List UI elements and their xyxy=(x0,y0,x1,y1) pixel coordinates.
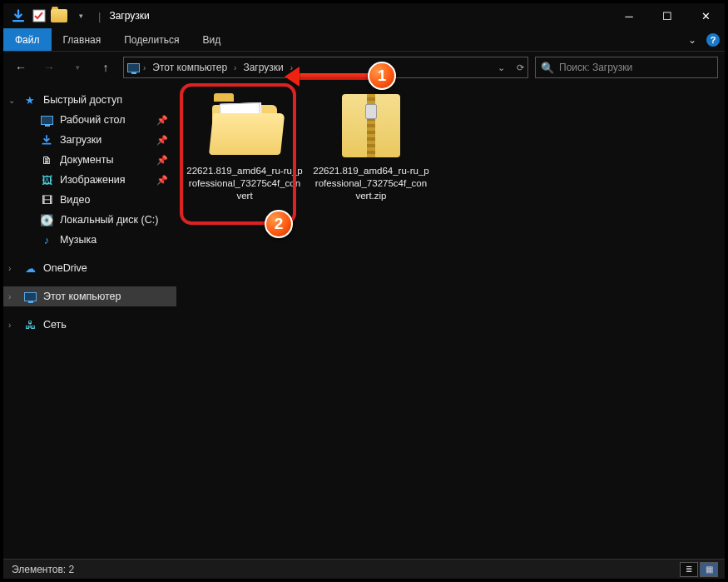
sidebar-item-label: Загрузки xyxy=(60,134,102,146)
network-icon: 🖧 xyxy=(23,318,37,331)
sidebar-item-videos[interactable]: 🎞 Видео xyxy=(3,190,176,210)
sidebar-item-label: OneDrive xyxy=(43,262,87,274)
sidebar-this-pc[interactable]: › Этот компьютер xyxy=(3,286,176,306)
star-icon: ★ xyxy=(23,93,37,107)
pin-icon: 📌 xyxy=(156,155,168,166)
address-row: ← → ▾ ↑ › Этот компьютер › Загрузки › ⌄ … xyxy=(3,52,725,83)
sidebar-item-label: Этот компьютер xyxy=(43,291,121,302)
tab-view[interactable]: Вид xyxy=(191,28,232,51)
sidebar-item-label: Видео xyxy=(60,194,91,206)
nav-recent-dropdown[interactable]: ▾ xyxy=(67,57,88,78)
statusbar: Элементов: 2 ≣ ▦ xyxy=(3,559,725,579)
sidebar-item-desktop[interactable]: Рабочий стол 📌 xyxy=(3,110,176,130)
this-pc-icon xyxy=(23,290,37,303)
sidebar-item-label: Рабочий стол xyxy=(60,114,125,126)
titlebar: ▾ | Загрузки ─ ☐ ✕ xyxy=(3,3,725,28)
sidebar-network[interactable]: › 🖧 Сеть xyxy=(3,315,176,335)
download-icon xyxy=(40,133,53,147)
sidebar-item-disk-c[interactable]: 💽 Локальный диск (C:) xyxy=(3,210,176,230)
file-label: 22621.819_amd64_ru-ru_professional_73275… xyxy=(313,165,429,202)
disk-icon: 💽 xyxy=(40,213,53,226)
nav-forward-button[interactable]: → xyxy=(38,57,60,78)
navigation-pane: ⌄ ★ Быстрый доступ Рабочий стол 📌 Загруз… xyxy=(3,83,176,559)
title-separator: | xyxy=(98,10,101,22)
pin-icon: 📌 xyxy=(156,175,168,186)
sidebar-item-label: Быстрый доступ xyxy=(43,94,122,106)
breadcrumb-root-icon xyxy=(127,63,140,72)
chevron-right-icon[interactable]: › xyxy=(8,264,11,273)
chevron-right-icon[interactable]: › xyxy=(8,292,11,301)
content-pane[interactable]: 22621.819_amd64_ru-ru_professional_73275… xyxy=(176,83,725,559)
ribbon-expand-icon[interactable]: ⌄ xyxy=(688,34,696,46)
sidebar-item-pictures[interactable]: 🖼 Изображения 📌 xyxy=(3,170,176,190)
sidebar-quick-access[interactable]: ⌄ ★ Быстрый доступ xyxy=(3,90,176,110)
sidebar-item-label: Изображения xyxy=(60,174,126,186)
nav-up-button[interactable]: ↑ xyxy=(95,57,116,78)
annotation-bubble-2: 2 xyxy=(265,210,293,238)
chevron-right-icon[interactable]: › xyxy=(232,63,238,72)
search-placeholder: Поиск: Загрузки xyxy=(559,62,632,73)
maximize-button[interactable]: ☐ xyxy=(648,3,686,28)
file-tab[interactable]: Файл xyxy=(3,28,52,51)
pin-icon: 📌 xyxy=(156,115,168,126)
address-bar[interactable]: › Этот компьютер › Загрузки › ⌄ ⟳ xyxy=(123,57,528,78)
qat-properties-icon[interactable] xyxy=(32,8,47,23)
window-title: Загрузки xyxy=(109,10,149,22)
sidebar-item-label: Локальный диск (C:) xyxy=(60,214,158,226)
file-label: 22621.819_amd64_ru-ru_professional_73275… xyxy=(186,165,303,202)
qat-dropdown-icon[interactable]: ▾ xyxy=(72,7,90,25)
search-box[interactable]: 🔍 Поиск: Загрузки xyxy=(535,57,718,78)
video-icon: 🎞 xyxy=(40,193,53,206)
chevron-down-icon[interactable]: ⌄ xyxy=(8,96,15,105)
pictures-icon: 🖼 xyxy=(40,173,53,187)
cloud-icon: ☁ xyxy=(23,261,37,275)
documents-icon: 🗎 xyxy=(40,153,53,167)
zip-icon xyxy=(329,92,413,160)
sidebar-item-music[interactable]: ♪ Музыка xyxy=(3,230,176,250)
file-item-zip[interactable]: 22621.819_amd64_ru-ru_professional_73275… xyxy=(313,92,429,202)
sidebar-onedrive[interactable]: › ☁ OneDrive xyxy=(3,258,176,278)
sidebar-item-label: Музыка xyxy=(60,234,97,246)
sidebar-item-downloads[interactable]: Загрузки 📌 xyxy=(3,130,176,150)
view-details-button[interactable]: ≣ xyxy=(680,562,698,577)
view-icons-button[interactable]: ▦ xyxy=(700,562,718,577)
music-icon: ♪ xyxy=(40,233,53,246)
sidebar-item-label: Сеть xyxy=(43,319,67,331)
qat-folder-icon[interactable] xyxy=(50,7,68,25)
chevron-right-icon[interactable]: › xyxy=(141,63,147,72)
breadcrumb-segment[interactable]: Этот компьютер xyxy=(149,62,230,73)
explorer-window: ▾ | Загрузки ─ ☐ ✕ Файл Главная Поделить… xyxy=(0,0,728,582)
status-text: Элементов: 2 xyxy=(12,564,74,575)
close-button[interactable]: ✕ xyxy=(686,3,725,28)
address-dropdown-icon[interactable]: ⌄ xyxy=(498,62,505,73)
sidebar-item-documents[interactable]: 🗎 Документы 📌 xyxy=(3,150,176,170)
tab-home[interactable]: Главная xyxy=(52,28,113,51)
pin-icon: 📌 xyxy=(156,135,168,146)
sidebar-item-label: Документы xyxy=(60,154,113,166)
minimize-button[interactable]: ─ xyxy=(610,3,648,28)
file-item-folder[interactable]: 22621.819_amd64_ru-ru_professional_73275… xyxy=(186,92,303,202)
body: ⌄ ★ Быстрый доступ Рабочий стол 📌 Загруз… xyxy=(3,83,725,559)
desktop-icon xyxy=(40,113,53,127)
nav-back-button[interactable]: ← xyxy=(10,57,32,78)
refresh-icon[interactable]: ⟳ xyxy=(517,62,524,73)
search-icon: 🔍 xyxy=(541,62,554,74)
tab-share[interactable]: Поделиться xyxy=(112,28,191,51)
qat-down-arrow-icon[interactable] xyxy=(8,6,28,26)
help-icon[interactable]: ? xyxy=(706,33,720,47)
breadcrumb-segment[interactable]: Загрузки xyxy=(240,62,286,73)
ribbon-tabs: Файл Главная Поделиться Вид ⌄ ? xyxy=(3,28,725,52)
folder-icon xyxy=(203,92,286,160)
chevron-right-icon[interactable]: › xyxy=(289,63,295,72)
chevron-right-icon[interactable]: › xyxy=(8,321,11,330)
